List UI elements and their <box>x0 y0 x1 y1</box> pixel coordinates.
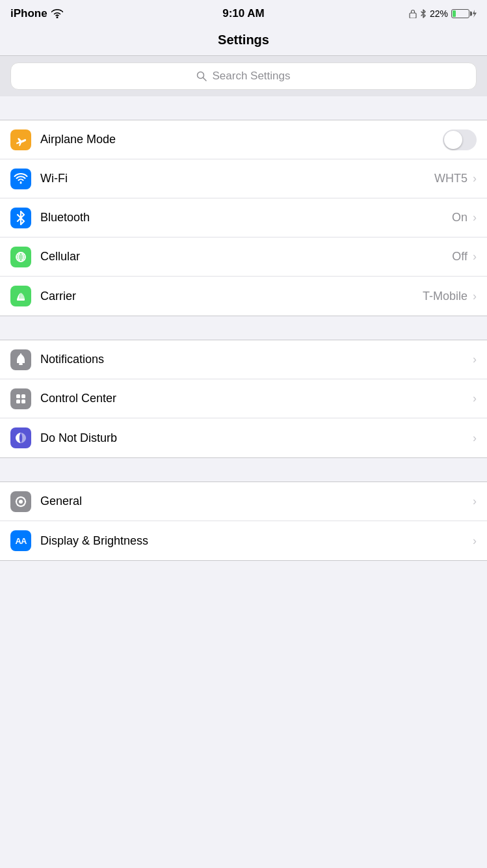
wifi-value: WHT5 <box>434 172 467 185</box>
general-icon <box>10 491 31 512</box>
airplane-mode-row[interactable]: Airplane Mode <box>0 120 487 159</box>
carrier-label: iPhone <box>10 7 47 20</box>
cellular-label: Cellular <box>40 250 452 264</box>
status-time: 9:10 AM <box>222 7 265 20</box>
battery-percent-label: 22% <box>430 8 448 19</box>
spacer-3 <box>0 458 487 481</box>
bluetooth-label: Bluetooth <box>40 211 452 224</box>
system-group: Notifications › Control Center › Do Not … <box>0 340 487 458</box>
spacer-1 <box>0 96 487 120</box>
airplane-mode-toggle[interactable] <box>443 129 477 150</box>
cellular-chevron: › <box>473 250 477 264</box>
do-not-disturb-row[interactable]: Do Not Disturb › <box>0 418 487 457</box>
status-bar: iPhone 9:10 AM 22% <box>0 0 487 27</box>
display-brightness-row[interactable]: AA Display & Brightness › <box>0 521 487 560</box>
wifi-icon <box>10 169 31 189</box>
svg-point-16 <box>19 500 23 504</box>
carrier-chevron: › <box>473 290 477 303</box>
carrier-row[interactable]: Carrier T-Mobile › <box>0 277 487 316</box>
control-center-icon <box>10 388 31 409</box>
wifi-chevron: › <box>473 172 477 185</box>
notifications-icon <box>10 349 31 370</box>
do-not-disturb-chevron: › <box>473 431 477 445</box>
display-brightness-chevron: › <box>473 534 477 548</box>
search-bar[interactable]: Search Settings <box>10 62 477 90</box>
nav-bar: Settings <box>0 27 487 56</box>
airplane-mode-icon <box>10 129 31 150</box>
general-label: General <box>40 495 473 508</box>
control-center-label: Control Center <box>40 392 473 405</box>
carrier-value: T-Mobile <box>423 290 467 303</box>
carrier-icon <box>10 286 31 306</box>
bluetooth-icon <box>420 9 427 18</box>
wifi-status-icon <box>51 9 63 18</box>
svg-rect-9 <box>17 299 25 301</box>
display-brightness-label: Display & Brightness <box>40 534 473 548</box>
bluetooth-chevron: › <box>473 211 477 224</box>
svg-rect-15 <box>21 400 25 403</box>
svg-rect-12 <box>16 394 20 398</box>
svg-line-3 <box>204 78 207 81</box>
do-not-disturb-icon <box>10 427 31 448</box>
charging-icon <box>471 9 477 18</box>
general-row[interactable]: General › <box>0 482 487 521</box>
svg-rect-14 <box>16 400 20 403</box>
svg-rect-10 <box>19 363 23 365</box>
airplane-mode-toggle-knob <box>444 131 462 149</box>
cellular-row[interactable]: Cellular Off › <box>0 237 487 277</box>
network-group: Airplane Mode Wi-Fi WHT5 › Bluetooth On <box>0 120 487 316</box>
battery-indicator <box>451 9 477 18</box>
cellular-icon <box>10 247 31 267</box>
do-not-disturb-label: Do Not Disturb <box>40 431 473 445</box>
svg-point-4 <box>20 182 22 183</box>
wifi-label: Wi-Fi <box>40 172 434 185</box>
svg-rect-13 <box>21 394 25 398</box>
airplane-mode-label: Airplane Mode <box>40 133 438 146</box>
control-center-row[interactable]: Control Center › <box>0 379 487 418</box>
carrier-label: Carrier <box>40 290 423 303</box>
notifications-label: Notifications <box>40 353 473 366</box>
search-placeholder: Search Settings <box>212 70 290 83</box>
svg-point-0 <box>56 17 58 19</box>
spacer-2 <box>0 316 487 340</box>
status-left: iPhone <box>10 7 63 20</box>
search-container: Search Settings <box>0 56 487 96</box>
notifications-row[interactable]: Notifications › <box>0 340 487 379</box>
bluetooth-row-icon <box>10 208 31 228</box>
bluetooth-value: On <box>452 211 467 224</box>
general-group: General › AA Display & Brightness › <box>0 481 487 561</box>
search-icon <box>196 71 207 81</box>
notifications-chevron: › <box>473 353 477 366</box>
lock-icon <box>409 9 417 18</box>
cellular-value: Off <box>452 250 467 264</box>
svg-rect-1 <box>410 13 416 18</box>
status-right: 22% <box>409 8 477 19</box>
bluetooth-row[interactable]: Bluetooth On › <box>0 198 487 237</box>
control-center-chevron: › <box>473 392 477 405</box>
general-chevron: › <box>473 495 477 508</box>
wifi-row[interactable]: Wi-Fi WHT5 › <box>0 159 487 198</box>
page-title: Settings <box>218 33 269 47</box>
display-brightness-icon: AA <box>10 530 31 551</box>
